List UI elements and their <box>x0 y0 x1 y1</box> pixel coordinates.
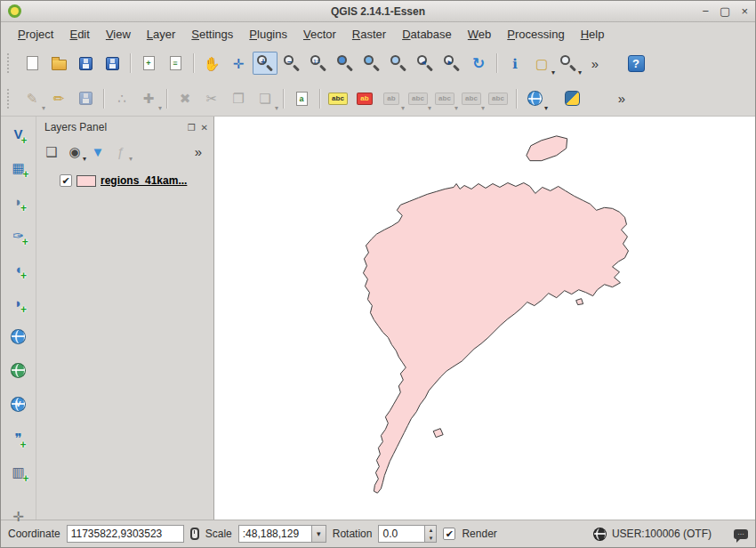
scale-dropdown-button[interactable] <box>311 525 326 543</box>
node-tool[interactable]: ✚▾ <box>136 87 161 110</box>
help-contents[interactable]: ? <box>623 52 648 75</box>
refresh-map-icon: ↻ <box>472 56 485 71</box>
delete-selected[interactable]: ✖ <box>173 87 197 110</box>
rotation-input[interactable] <box>378 525 424 543</box>
add-spatialite-layer[interactable]: ✑+ <box>6 223 31 246</box>
label-properties[interactable]: abc <box>486 87 511 110</box>
zoom-last[interactable]: ◂ <box>413 52 438 75</box>
menu-project[interactable]: Project <box>10 24 61 44</box>
layer-visibility-checkbox[interactable]: ✔ <box>60 174 72 187</box>
label-show-hide[interactable]: abc▾ <box>406 87 430 110</box>
dropdown-caret-icon: ▾ <box>428 104 431 112</box>
toolbar2-overflow[interactable]: » <box>609 87 634 110</box>
messages-bubble-icon[interactable] <box>734 529 748 539</box>
save-project[interactable] <box>73 52 98 75</box>
manage-layer-visibility[interactable]: ◉▾ <box>64 141 85 161</box>
add-wfs-layer[interactable]: V+ <box>6 392 31 415</box>
menu-processing[interactable]: Processing <box>499 24 572 44</box>
toolbar-drag-handle[interactable] <box>7 53 12 73</box>
rotation-spin-up[interactable] <box>425 526 436 534</box>
render-label: Render <box>462 528 496 540</box>
minimize-button[interactable]: − <box>703 5 710 17</box>
composer-manager[interactable]: ≡ <box>163 52 188 75</box>
label-move[interactable]: abc▾ <box>432 87 457 110</box>
menu-settings[interactable]: Settings <box>183 24 241 44</box>
maximize-button[interactable]: ▢ <box>720 5 730 17</box>
pan-map[interactable]: ✋ <box>199 52 224 75</box>
menu-plugins[interactable]: Plugins <box>241 24 295 44</box>
menu-edit[interactable]: Edit <box>61 24 97 44</box>
add-group[interactable]: ❑ <box>41 141 62 161</box>
panel-close-button[interactable]: ✕ <box>201 123 208 133</box>
coordinate-input[interactable] <box>67 525 184 543</box>
panel-overflow[interactable]: » <box>188 141 209 161</box>
scale-label: Scale <box>205 528 232 540</box>
label-pin[interactable]: ab▾ <box>379 87 404 110</box>
filter-by-expression[interactable]: ƒ▾ <box>110 141 132 161</box>
add-feature[interactable]: ∴ <box>109 87 134 110</box>
menu-help[interactable]: Help <box>573 24 613 44</box>
coordinate-capture[interactable]: ✛ <box>6 504 31 528</box>
menu-vector[interactable]: Vector <box>295 24 344 44</box>
add-delimited-text-layer-icon: ❞+ <box>14 431 21 445</box>
identify-features[interactable]: ℹ <box>503 52 527 75</box>
layer-item[interactable]: ✔regions_41kam... <box>36 172 213 189</box>
zoom-full[interactable] <box>333 52 358 75</box>
menu-layer[interactable]: Layer <box>139 24 184 44</box>
label-rotate[interactable]: abc▾ <box>459 87 484 110</box>
mouse-position-icon[interactable] <box>190 528 199 540</box>
add-mssql-layer[interactable]: ◖+ <box>6 257 31 280</box>
scale-input[interactable] <box>238 525 311 543</box>
menu-web[interactable]: Web <box>460 24 500 44</box>
add-wcs-layer[interactable]: + <box>6 359 31 382</box>
layer-labeling[interactable]: abc <box>326 87 350 110</box>
python-console[interactable] <box>559 87 584 110</box>
measure[interactable]: ▾ <box>556 52 581 75</box>
add-delimited-text-layer[interactable]: ❞+ <box>6 426 31 449</box>
new-project[interactable] <box>20 52 44 75</box>
toolbar-overflow[interactable]: » <box>583 52 607 75</box>
render-checkbox[interactable]: ✔ <box>443 528 455 540</box>
refresh-map[interactable]: ↻ <box>466 52 491 75</box>
select-features[interactable]: ▢▾ <box>529 52 554 75</box>
toolbar-drag-handle[interactable] <box>7 89 12 109</box>
add-postgis-layer[interactable]: ◗+ <box>6 189 31 213</box>
text-annotation[interactable]: a <box>289 87 314 110</box>
menu-raster[interactable]: Raster <box>344 24 394 44</box>
current-edits[interactable]: ✎▾ <box>20 87 44 110</box>
toggle-editing[interactable]: ✏ <box>46 87 71 110</box>
crs-status[interactable]: USER:100006 (OTF) <box>593 528 712 541</box>
menu-database[interactable]: Database <box>394 24 460 44</box>
close-button[interactable]: × <box>741 5 748 17</box>
pan-to-selection[interactable]: ✛ <box>226 52 251 75</box>
zoom-out[interactable]: − <box>279 52 304 75</box>
zoom-next[interactable]: ▸ <box>439 52 464 75</box>
zoom-in[interactable]: + <box>253 52 277 75</box>
save-project-as[interactable] <box>100 52 125 75</box>
metasearch[interactable]: +▾ <box>522 87 547 110</box>
add-raster-layer[interactable]: ▦+ <box>6 156 31 179</box>
text-annotation-icon: a <box>296 92 308 106</box>
label-show-hide-icon: abc <box>408 93 428 105</box>
new-print-composer[interactable]: + <box>136 52 161 75</box>
zoom-to-selection[interactable] <box>359 52 384 75</box>
toolbar-separator <box>103 89 104 109</box>
paste-features[interactable]: ❏▾ <box>253 87 277 110</box>
add-oracle-layer[interactable]: ◗+ <box>6 291 31 314</box>
zoom-to-layer[interactable] <box>386 52 411 75</box>
zoom-native[interactable]: 1:1 <box>306 52 331 75</box>
add-vector-layer[interactable]: V+ <box>6 122 31 145</box>
label-config[interactable]: ab <box>352 87 377 110</box>
cut-features[interactable]: ✂ <box>199 87 224 110</box>
filter-legend[interactable]: ▼ <box>87 141 109 161</box>
add-wms-layer[interactable]: + <box>6 325 31 348</box>
save-layer-edits[interactable] <box>73 87 98 110</box>
copy-features[interactable]: ❐ <box>226 87 251 110</box>
map-canvas[interactable] <box>214 117 755 520</box>
measure-icon <box>560 55 577 72</box>
rotation-spin-down[interactable] <box>425 534 436 542</box>
open-project[interactable] <box>46 52 71 75</box>
panel-float-button[interactable]: ❐ <box>188 123 196 133</box>
add-virtual-layer[interactable]: ▥+ <box>6 460 31 483</box>
menu-view[interactable]: View <box>98 24 139 44</box>
